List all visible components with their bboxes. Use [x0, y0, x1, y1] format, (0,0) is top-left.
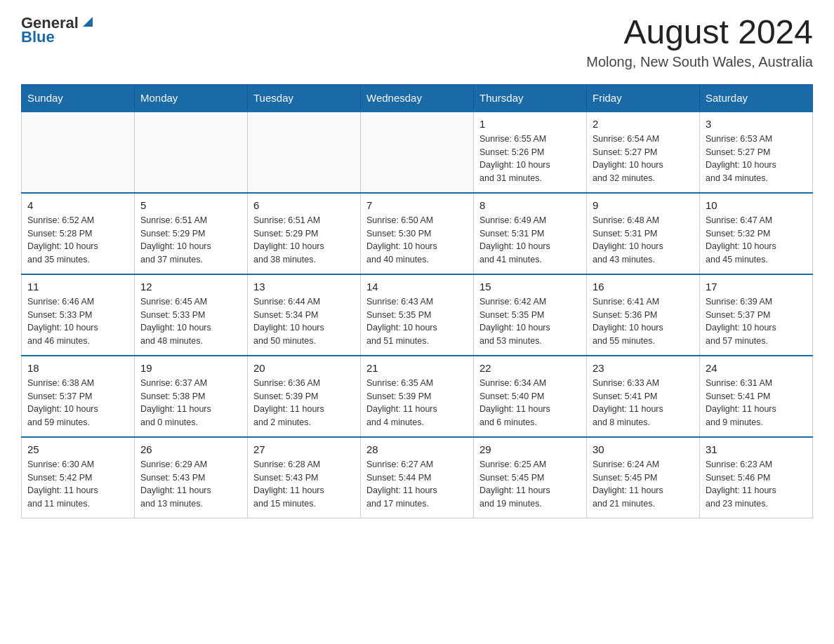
day-number: 29: [479, 443, 581, 455]
day-info: Sunrise: 6:46 AM Sunset: 5:33 PM Dayligh…: [27, 295, 128, 348]
weekday-header-wednesday: Wednesday: [361, 84, 474, 112]
day-number: 24: [706, 362, 807, 374]
calendar-cell: 21Sunrise: 6:35 AM Sunset: 5:39 PM Dayli…: [361, 356, 474, 437]
day-info: Sunrise: 6:53 AM Sunset: 5:27 PM Dayligh…: [706, 133, 807, 185]
calendar-cell: 29Sunrise: 6:25 AM Sunset: 5:45 PM Dayli…: [474, 437, 587, 518]
calendar-cell: 17Sunrise: 6:39 AM Sunset: 5:37 PM Dayli…: [700, 274, 813, 356]
calendar-cell: 10Sunrise: 6:47 AM Sunset: 5:32 PM Dayli…: [700, 193, 813, 274]
calendar-cell: 19Sunrise: 6:37 AM Sunset: 5:38 PM Dayli…: [135, 356, 248, 437]
day-info: Sunrise: 6:35 AM Sunset: 5:39 PM Dayligh…: [366, 377, 468, 429]
day-info: Sunrise: 6:24 AM Sunset: 5:45 PM Dayligh…: [593, 458, 694, 511]
calendar-table: SundayMondayTuesdayWednesdayThursdayFrid…: [21, 84, 813, 518]
title-section: August 2024 Molong, New South Wales, Aus…: [586, 14, 813, 70]
day-number: 15: [479, 281, 581, 293]
weekday-header-sunday: Sunday: [22, 84, 135, 112]
day-number: 7: [366, 199, 468, 211]
day-info: Sunrise: 6:43 AM Sunset: 5:35 PM Dayligh…: [366, 295, 468, 348]
calendar-cell: 31Sunrise: 6:23 AM Sunset: 5:46 PM Dayli…: [700, 437, 813, 518]
day-info: Sunrise: 6:52 AM Sunset: 5:28 PM Dayligh…: [27, 214, 128, 267]
day-number: 25: [27, 443, 128, 455]
calendar-cell: 12Sunrise: 6:45 AM Sunset: 5:33 PM Dayli…: [135, 274, 248, 356]
day-number: 18: [27, 362, 128, 374]
calendar-week-4: 18Sunrise: 6:38 AM Sunset: 5:37 PM Dayli…: [22, 356, 813, 437]
day-number: 13: [253, 281, 355, 293]
calendar-cell: 28Sunrise: 6:27 AM Sunset: 5:44 PM Dayli…: [361, 437, 474, 518]
day-info: Sunrise: 6:47 AM Sunset: 5:32 PM Dayligh…: [706, 214, 807, 267]
calendar-cell: 27Sunrise: 6:28 AM Sunset: 5:43 PM Dayli…: [248, 437, 361, 518]
day-info: Sunrise: 6:45 AM Sunset: 5:33 PM Dayligh…: [140, 295, 241, 348]
day-info: Sunrise: 6:41 AM Sunset: 5:36 PM Dayligh…: [593, 295, 694, 348]
calendar-cell: [361, 112, 474, 193]
calendar-cell: 2Sunrise: 6:54 AM Sunset: 5:27 PM Daylig…: [587, 112, 700, 193]
day-info: Sunrise: 6:50 AM Sunset: 5:30 PM Dayligh…: [366, 214, 468, 267]
day-info: Sunrise: 6:37 AM Sunset: 5:38 PM Dayligh…: [140, 377, 241, 429]
logo-blue-text: Blue: [21, 28, 55, 46]
calendar-cell: 3Sunrise: 6:53 AM Sunset: 5:27 PM Daylig…: [700, 112, 813, 193]
calendar-week-3: 11Sunrise: 6:46 AM Sunset: 5:33 PM Dayli…: [22, 274, 813, 356]
weekday-header-saturday: Saturday: [700, 84, 813, 112]
day-number: 14: [366, 281, 468, 293]
day-info: Sunrise: 6:54 AM Sunset: 5:27 PM Dayligh…: [593, 133, 694, 185]
calendar-cell: 15Sunrise: 6:42 AM Sunset: 5:35 PM Dayli…: [474, 274, 587, 356]
day-info: Sunrise: 6:28 AM Sunset: 5:43 PM Dayligh…: [253, 458, 355, 511]
day-number: 19: [140, 362, 241, 374]
day-info: Sunrise: 6:48 AM Sunset: 5:31 PM Dayligh…: [593, 214, 694, 267]
day-number: 2: [593, 118, 694, 130]
day-number: 31: [706, 443, 807, 455]
calendar-cell: [135, 112, 248, 193]
calendar-cell: 16Sunrise: 6:41 AM Sunset: 5:36 PM Dayli…: [587, 274, 700, 356]
day-info: Sunrise: 6:49 AM Sunset: 5:31 PM Dayligh…: [479, 214, 581, 267]
calendar-cell: 8Sunrise: 6:49 AM Sunset: 5:31 PM Daylig…: [474, 193, 587, 274]
weekday-header-monday: Monday: [135, 84, 248, 112]
calendar-header-row: SundayMondayTuesdayWednesdayThursdayFrid…: [22, 84, 813, 112]
day-info: Sunrise: 6:36 AM Sunset: 5:39 PM Dayligh…: [253, 377, 355, 429]
day-info: Sunrise: 6:31 AM Sunset: 5:41 PM Dayligh…: [706, 377, 807, 429]
page-header: General Blue August 2024 Molong, New Sou…: [21, 14, 813, 70]
logo-triangle-icon: [80, 14, 95, 29]
calendar-cell: 5Sunrise: 6:51 AM Sunset: 5:29 PM Daylig…: [135, 193, 248, 274]
calendar-week-1: 1Sunrise: 6:55 AM Sunset: 5:26 PM Daylig…: [22, 112, 813, 193]
calendar-cell: 4Sunrise: 6:52 AM Sunset: 5:28 PM Daylig…: [22, 193, 135, 274]
calendar-cell: 18Sunrise: 6:38 AM Sunset: 5:37 PM Dayli…: [22, 356, 135, 437]
day-info: Sunrise: 6:55 AM Sunset: 5:26 PM Dayligh…: [479, 133, 581, 185]
day-number: 23: [593, 362, 694, 374]
day-number: 10: [706, 199, 807, 211]
calendar-cell: 14Sunrise: 6:43 AM Sunset: 5:35 PM Dayli…: [361, 274, 474, 356]
day-number: 30: [593, 443, 694, 455]
day-number: 12: [140, 281, 241, 293]
day-number: 11: [27, 281, 128, 293]
day-info: Sunrise: 6:51 AM Sunset: 5:29 PM Dayligh…: [253, 214, 355, 267]
day-info: Sunrise: 6:30 AM Sunset: 5:42 PM Dayligh…: [27, 458, 128, 511]
day-info: Sunrise: 6:23 AM Sunset: 5:46 PM Dayligh…: [706, 458, 807, 511]
day-number: 17: [706, 281, 807, 293]
day-number: 28: [366, 443, 468, 455]
day-number: 8: [479, 199, 581, 211]
calendar-week-2: 4Sunrise: 6:52 AM Sunset: 5:28 PM Daylig…: [22, 193, 813, 274]
day-number: 5: [140, 199, 241, 211]
day-number: 26: [140, 443, 241, 455]
day-info: Sunrise: 6:44 AM Sunset: 5:34 PM Dayligh…: [253, 295, 355, 348]
svg-marker-0: [83, 17, 93, 27]
day-info: Sunrise: 6:34 AM Sunset: 5:40 PM Dayligh…: [479, 377, 581, 429]
weekday-header-friday: Friday: [587, 84, 700, 112]
day-number: 22: [479, 362, 581, 374]
weekday-header-thursday: Thursday: [474, 84, 587, 112]
calendar-cell: 20Sunrise: 6:36 AM Sunset: 5:39 PM Dayli…: [248, 356, 361, 437]
calendar-cell: 23Sunrise: 6:33 AM Sunset: 5:41 PM Dayli…: [587, 356, 700, 437]
subtitle: Molong, New South Wales, Australia: [586, 54, 813, 70]
calendar-cell: [22, 112, 135, 193]
calendar-week-5: 25Sunrise: 6:30 AM Sunset: 5:42 PM Dayli…: [22, 437, 813, 518]
calendar-cell: 25Sunrise: 6:30 AM Sunset: 5:42 PM Dayli…: [22, 437, 135, 518]
calendar-cell: 6Sunrise: 6:51 AM Sunset: 5:29 PM Daylig…: [248, 193, 361, 274]
calendar-cell: 26Sunrise: 6:29 AM Sunset: 5:43 PM Dayli…: [135, 437, 248, 518]
main-title: August 2024: [586, 14, 813, 51]
day-info: Sunrise: 6:29 AM Sunset: 5:43 PM Dayligh…: [140, 458, 241, 511]
day-number: 27: [253, 443, 355, 455]
calendar-cell: 24Sunrise: 6:31 AM Sunset: 5:41 PM Dayli…: [700, 356, 813, 437]
calendar-cell: 22Sunrise: 6:34 AM Sunset: 5:40 PM Dayli…: [474, 356, 587, 437]
day-number: 3: [706, 118, 807, 130]
day-number: 20: [253, 362, 355, 374]
day-info: Sunrise: 6:38 AM Sunset: 5:37 PM Dayligh…: [27, 377, 128, 429]
day-number: 6: [253, 199, 355, 211]
calendar-cell: 30Sunrise: 6:24 AM Sunset: 5:45 PM Dayli…: [587, 437, 700, 518]
